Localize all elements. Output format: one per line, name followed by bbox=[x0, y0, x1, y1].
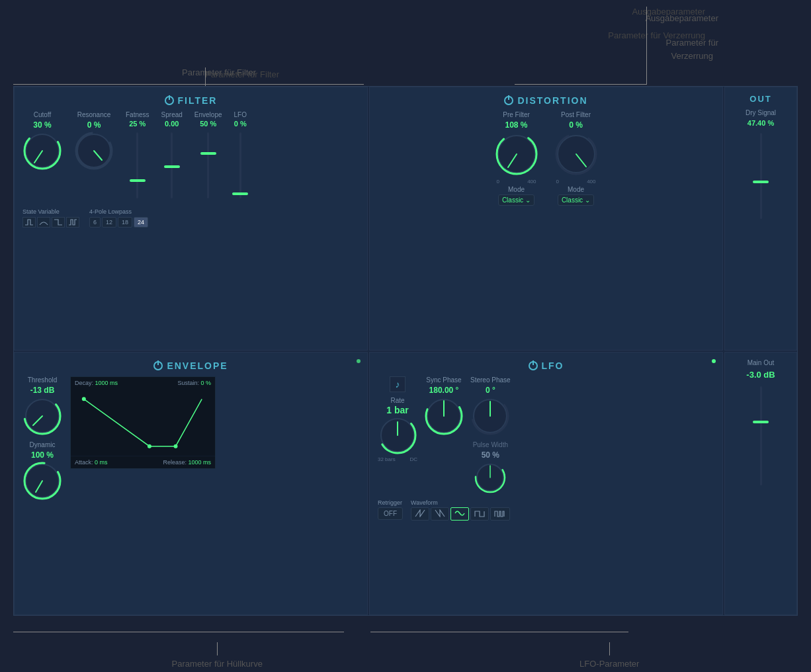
post-filter-mode-label: Mode bbox=[568, 186, 584, 193]
lfo-section: LFO ♪ Rate 1 bar bbox=[369, 352, 723, 616]
out-title: OUT bbox=[732, 94, 790, 104]
envelope-power-icon[interactable] bbox=[153, 361, 163, 370]
bottom-ann-line-lfo bbox=[370, 632, 628, 632]
ausgabe-ann-text: Ausgabeparameter bbox=[645, 13, 718, 23]
envelope-slider-control: Envelope 50 % bbox=[194, 111, 222, 202]
dry-signal-label: Dry Signal bbox=[746, 109, 776, 116]
cutoff-value: 30 % bbox=[33, 120, 51, 130]
post-filter-mode[interactable]: Classic ⌄ bbox=[558, 194, 594, 206]
pre-filter-scale: 0 400 bbox=[497, 179, 536, 185]
stereo-phase-knob[interactable] bbox=[470, 396, 510, 436]
waveform-group: Waveform bbox=[411, 499, 510, 521]
lfo-status-dot bbox=[712, 359, 716, 363]
rate-knob-group: Rate 1 bar 32 bars DC bbox=[378, 397, 417, 462]
spread-slider[interactable] bbox=[171, 132, 173, 198]
filter-lfo-value: 0 % bbox=[234, 120, 247, 128]
filter-shape-buttons bbox=[22, 217, 79, 228]
cutoff-control: Cutoff 30 % bbox=[22, 111, 62, 171]
dry-signal-slider[interactable] bbox=[760, 133, 762, 219]
plugin-container: FILTER Cutoff 30 % Resonance 0 % bbox=[13, 86, 798, 616]
state-variable-label: State Variable bbox=[22, 208, 79, 215]
pre-filter-mode[interactable]: Classic ⌄ bbox=[498, 194, 534, 206]
lfo-bottom-controls: Retrigger OFF Waveform bbox=[378, 499, 714, 521]
pre-filter-mode-label: Mode bbox=[508, 186, 525, 193]
waveform-square[interactable] bbox=[470, 507, 489, 521]
envelope-section: ENVELOPE Threshold -13 dB bbox=[14, 352, 368, 616]
bottom-ann-line-envelope bbox=[13, 632, 344, 632]
resonance-knob[interactable] bbox=[74, 131, 114, 171]
svg-point-20 bbox=[148, 444, 151, 448]
pre-filter-value: 108 % bbox=[505, 120, 527, 130]
resonance-control: Resonance 0 % bbox=[74, 111, 114, 171]
sync-phase-knob[interactable] bbox=[424, 396, 464, 436]
envelope-knobs: Threshold -13 dB Dynamic 100 % bbox=[22, 376, 62, 501]
filter-shape-1[interactable] bbox=[22, 217, 36, 228]
stereo-phase-control: Stereo Phase 0 ° bbox=[470, 376, 511, 436]
retrigger-label: Retrigger bbox=[378, 499, 403, 506]
pulse-width-label: Pulse Width bbox=[473, 441, 508, 449]
sustain-label: Sustain: 0 % bbox=[177, 380, 211, 386]
rate-value: 1 bar bbox=[378, 405, 417, 415]
release-value: 1000 ms bbox=[188, 459, 211, 466]
pulse-width-value: 50 % bbox=[482, 450, 499, 460]
ausgabe-ann-line-h bbox=[515, 84, 647, 85]
verzerrung-ann-text: Parameter fürVerzerrung bbox=[666, 36, 718, 62]
envelope-curve bbox=[71, 389, 215, 456]
distortion-power-icon[interactable] bbox=[504, 96, 513, 105]
envelope-title: ENVELOPE bbox=[22, 360, 359, 371]
cutoff-knob[interactable] bbox=[22, 131, 62, 171]
distortion-title: DISTORTION bbox=[378, 95, 714, 106]
waveform-sine[interactable] bbox=[450, 507, 469, 521]
envelope-display: Decay: 1000 ms Sustain: 0 % Attack: 0 ms… bbox=[70, 376, 216, 469]
pole-18[interactable]: 18 bbox=[118, 217, 132, 228]
filter-ann-line-v bbox=[205, 67, 206, 85]
threshold-control: Threshold -13 dB bbox=[22, 376, 62, 436]
fatness-value: 25 % bbox=[129, 120, 146, 128]
threshold-knob[interactable] bbox=[22, 396, 62, 436]
state-variable-group: State Variable bbox=[22, 208, 79, 228]
out-controls: Dry Signal 47.40 % bbox=[732, 109, 790, 222]
waveform-label: Waveform bbox=[411, 499, 510, 506]
filter-lfo-label: LFO bbox=[234, 111, 247, 118]
pulse-width-knob[interactable] bbox=[474, 461, 507, 494]
fatness-control: Fatness 25 % bbox=[126, 111, 149, 202]
waveform-ramp[interactable] bbox=[431, 507, 449, 521]
filter-shape-4[interactable] bbox=[66, 217, 79, 228]
four-pole-label: 4-Pole Lowpass bbox=[89, 208, 148, 215]
main-out-value: -3.0 dB bbox=[746, 370, 775, 380]
fatness-slider[interactable] bbox=[136, 132, 138, 198]
waveform-pulse[interactable] bbox=[490, 507, 510, 521]
lfo-slider[interactable] bbox=[239, 132, 241, 198]
filter-main-controls: Cutoff 30 % Resonance 0 % bbox=[22, 111, 359, 202]
envelope-ann-line-v bbox=[217, 642, 218, 655]
pole-24[interactable]: 24 bbox=[134, 217, 148, 228]
post-filter-knob[interactable] bbox=[553, 131, 599, 177]
dynamic-knob[interactable] bbox=[22, 461, 62, 501]
filter-power-icon[interactable] bbox=[165, 96, 174, 105]
music-note-icon[interactable]: ♪ bbox=[390, 376, 406, 392]
resonance-value: 0 % bbox=[87, 120, 101, 130]
stereo-phase-label: Stereo Phase bbox=[470, 376, 511, 384]
ausgabe-ann-line-v bbox=[646, 7, 647, 84]
dynamic-label: Dynamic bbox=[30, 441, 56, 449]
lfo-power-icon[interactable] bbox=[529, 361, 538, 370]
pulse-width-control: Pulse Width 50 % bbox=[473, 441, 508, 494]
filter-shape-2[interactable] bbox=[37, 217, 50, 228]
retrigger-button[interactable]: OFF bbox=[378, 507, 403, 520]
spread-control: Spread 0.00 bbox=[161, 111, 183, 202]
stereo-phase-value: 0 ° bbox=[486, 386, 495, 395]
main-out-slider[interactable] bbox=[760, 386, 762, 485]
rate-knob[interactable] bbox=[378, 415, 417, 455]
envelope-ann-text: Parameter für Hüllkurve bbox=[172, 659, 263, 669]
pole-12[interactable]: 12 bbox=[102, 217, 116, 228]
filter-shape-3[interactable] bbox=[52, 217, 65, 228]
pole-6[interactable]: 6 bbox=[89, 217, 101, 228]
rate-scale: 32 bars DC bbox=[378, 456, 417, 462]
waveform-saw[interactable] bbox=[411, 507, 429, 521]
post-filter-control: Post Filter 0 % 0 400 Mode Classic ⌄ bbox=[553, 111, 599, 206]
stereo-phase-area: Stereo Phase 0 ° Pulse Width 50 % bbox=[470, 376, 511, 494]
envelope-slider[interactable] bbox=[207, 132, 209, 198]
pre-filter-knob[interactable] bbox=[493, 131, 540, 177]
lfo-ann-text: LFO-Parameter bbox=[579, 659, 639, 669]
threshold-label: Threshold bbox=[28, 376, 57, 384]
